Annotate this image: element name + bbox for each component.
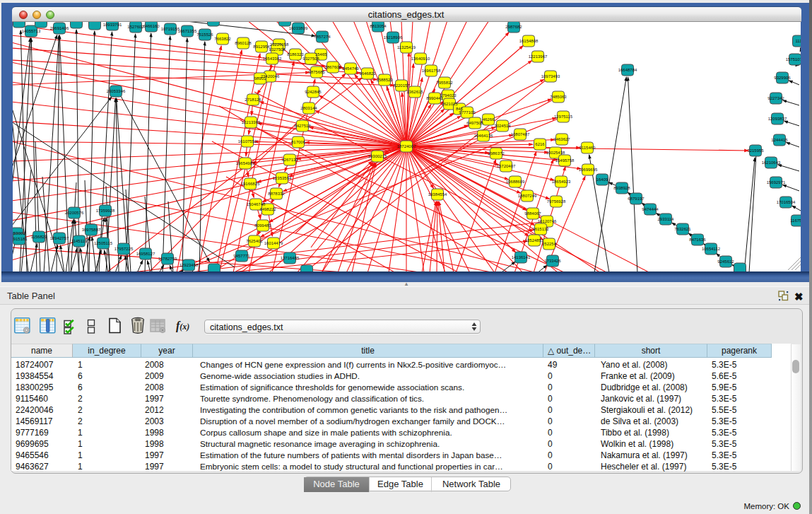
svg-text:13640910: 13640910	[411, 57, 430, 61]
svg-text:1621025: 1621025	[441, 102, 458, 106]
svg-text:17016504: 17016504	[777, 200, 796, 204]
svg-text:10973493: 10973493	[541, 74, 560, 78]
svg-text:8960128: 8960128	[235, 41, 252, 45]
svg-text:46266: 46266	[483, 117, 495, 122]
svg-text:10699695: 10699695	[579, 168, 598, 172]
svg-text:2718126: 2718126	[245, 98, 261, 102]
svg-text:16648784: 16648784	[618, 68, 637, 72]
svg-text:1853001: 1853001	[13, 231, 25, 235]
svg-text:7632621: 7632621	[674, 227, 691, 231]
svg-text:19166825: 19166825	[241, 182, 260, 186]
svg-text:252254: 252254	[542, 242, 557, 246]
svg-text:7955812: 7955812	[436, 81, 453, 85]
svg-text:11325419: 11325419	[397, 45, 416, 49]
svg-text:16409: 16409	[596, 177, 608, 182]
svg-text:111: 111	[795, 39, 801, 43]
svg-text:9245612: 9245612	[717, 259, 734, 264]
svg-text:23226058: 23226058	[270, 42, 289, 47]
svg-text:18654923: 18654923	[552, 180, 571, 184]
svg-text:10654112: 10654112	[702, 247, 721, 251]
svg-text:19384554: 19384554	[428, 192, 447, 197]
svg-text:7485063: 7485063	[550, 95, 567, 99]
svg-text:6497508: 6497508	[466, 121, 483, 125]
svg-text:16014479: 16014479	[264, 241, 283, 245]
svg-text:9329906: 9329906	[774, 76, 791, 80]
svg-text:1588520: 1588520	[376, 78, 393, 82]
svg-text:13716485: 13716485	[281, 256, 300, 260]
svg-text:20053346: 20053346	[107, 89, 126, 93]
svg-text:17957225: 17957225	[114, 247, 134, 251]
svg-text:1615132: 1615132	[532, 227, 549, 231]
svg-text:14055713: 14055713	[22, 29, 41, 33]
svg-text:12213967: 12213967	[529, 54, 548, 59]
svg-text:18807249: 18807249	[518, 194, 537, 198]
svg-text:14136141: 14136141	[512, 255, 531, 259]
svg-text:9777109: 9777109	[459, 110, 476, 115]
svg-text:16210643: 16210643	[762, 160, 781, 165]
svg-text:2867608: 2867608	[324, 65, 341, 69]
svg-text:1362615: 1362615	[406, 90, 423, 94]
svg-text:8938928: 8938928	[613, 186, 630, 190]
svg-text:9227342: 9227342	[767, 96, 784, 100]
svg-text:2933114: 2933114	[658, 217, 675, 221]
svg-text:16671355: 16671355	[178, 29, 197, 33]
svg-text:10025438: 10025438	[546, 151, 565, 155]
svg-text:8099483: 8099483	[254, 223, 271, 228]
svg-text:15046748: 15046748	[247, 202, 266, 206]
svg-text:8186323: 8186323	[287, 52, 304, 57]
svg-text:3024514: 3024514	[494, 124, 511, 128]
svg-text:16154808: 16154808	[519, 39, 539, 43]
svg-text:8454749: 8454749	[342, 66, 359, 71]
svg-text:12353594: 12353594	[273, 176, 292, 180]
svg-text:12213369: 12213369	[242, 120, 261, 124]
svg-text:12975115: 12975115	[554, 115, 573, 119]
svg-text:6794023: 6794023	[440, 93, 457, 98]
svg-text:7625402: 7625402	[246, 239, 263, 243]
svg-text:15720407: 15720407	[497, 164, 516, 168]
svg-text:16543382: 16543382	[263, 57, 282, 61]
svg-text:9474444: 9474444	[642, 207, 659, 211]
svg-text:8471636: 8471636	[689, 238, 706, 242]
svg-text:9463627: 9463627	[553, 137, 570, 141]
svg-text:8878332: 8878332	[268, 192, 285, 196]
svg-text:10807487: 10807487	[511, 132, 530, 136]
svg-text:10933791: 10933791	[103, 23, 122, 27]
svg-text:12505115: 12505115	[94, 241, 113, 245]
svg-text:9875685: 9875685	[308, 70, 325, 74]
svg-text:1156829: 1156829	[31, 235, 48, 239]
svg-text:3915181: 3915181	[13, 237, 28, 241]
svg-text:79756928: 79756928	[547, 199, 566, 204]
svg-text:10688609: 10688609	[506, 180, 525, 184]
svg-text:817006: 817006	[291, 140, 306, 144]
svg-text:8427512: 8427512	[294, 124, 311, 128]
svg-text:12942757: 12942757	[50, 236, 69, 240]
svg-text:18724007: 18724007	[397, 144, 416, 148]
svg-text:9646821: 9646821	[359, 71, 376, 76]
svg-text:8220157: 8220157	[393, 83, 410, 88]
svg-text:16961758: 16961758	[422, 69, 441, 73]
svg-text:2987682: 2987682	[505, 25, 522, 29]
svg-text:30975887: 30975887	[82, 228, 101, 232]
svg-text:19300215: 19300215	[368, 154, 387, 158]
svg-text:9115460: 9115460	[579, 146, 596, 150]
svg-text:13524851: 13524851	[525, 238, 544, 243]
svg-text:7663822: 7663822	[214, 37, 231, 41]
svg-text:1527602: 1527602	[127, 25, 144, 29]
svg-text:15495758: 15495758	[555, 158, 575, 163]
svg-text:1733426: 1733426	[544, 259, 561, 263]
svg-text:16958127: 16958127	[136, 252, 155, 256]
svg-text:2803144: 2803144	[300, 106, 317, 110]
svg-text:19654983: 19654983	[236, 161, 255, 165]
svg-text:6216: 6216	[535, 142, 545, 146]
svg-text:15751074: 15751074	[786, 57, 801, 62]
svg-text:20464136: 20464136	[474, 134, 493, 138]
svg-text:9884067: 9884067	[524, 211, 541, 216]
svg-text:1498222: 1498222	[259, 207, 276, 211]
svg-text:9327508: 9327508	[269, 47, 286, 52]
svg-text:17359928: 17359928	[96, 209, 115, 213]
svg-text:9242845: 9242845	[305, 90, 322, 94]
svg-text:3267130: 3267130	[281, 158, 298, 162]
svg-text:16120746: 16120746	[538, 219, 557, 223]
svg-text:1244415: 1244415	[771, 138, 788, 142]
svg-text:20691406: 20691406	[50, 26, 69, 30]
